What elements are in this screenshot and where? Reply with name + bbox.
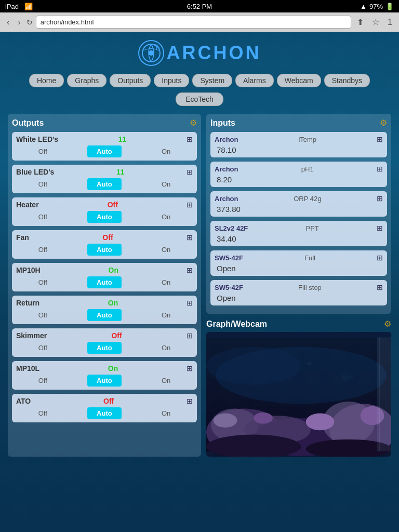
- reload-button[interactable]: ↻: [26, 18, 33, 26]
- output-on-white-leds[interactable]: On: [157, 147, 175, 156]
- output-off-skimmer[interactable]: Off: [34, 343, 51, 353]
- output-status-mp10l: On: [108, 364, 118, 373]
- output-settings-white-leds[interactable]: ⊞: [187, 135, 193, 143]
- output-off-fan[interactable]: Off: [34, 245, 51, 255]
- outputs-title: Outputs: [12, 118, 44, 128]
- nav-webcam[interactable]: Webcam: [277, 74, 321, 87]
- output-on-skimmer[interactable]: On: [157, 343, 175, 353]
- output-card-top-mp10h: MP10H On ⊞: [16, 266, 193, 274]
- output-controls-mp10h: Off Auto On: [16, 276, 193, 288]
- output-settings-return[interactable]: ⊞: [187, 299, 193, 307]
- nav-ecotech[interactable]: EcoTech: [176, 92, 223, 106]
- input-value-itemp: 78.10: [215, 145, 383, 154]
- output-card-top-heater: Heater Off ⊞: [16, 201, 193, 209]
- input-settings-itemp[interactable]: ⊞: [377, 135, 383, 143]
- output-card-white-leds: White LED's 11 ⊞ Off Auto On: [12, 132, 197, 161]
- output-on-mp10l[interactable]: On: [157, 376, 175, 385]
- output-auto-skimmer[interactable]: Auto: [87, 342, 122, 354]
- output-off-return[interactable]: Off: [34, 310, 51, 320]
- status-right: ▲ 97% 🔋: [360, 3, 394, 10]
- output-on-mp10h[interactable]: On: [157, 277, 175, 287]
- output-auto-blue-leds[interactable]: Auto: [87, 178, 122, 190]
- input-name-ppt: PPT: [306, 224, 319, 232]
- output-settings-heater[interactable]: ⊞: [187, 201, 193, 209]
- output-card-ato: ATO Off ⊞ Off Auto On: [12, 394, 197, 422]
- output-on-heater[interactable]: On: [157, 212, 175, 222]
- input-settings-fillstop[interactable]: ⊞: [377, 283, 383, 291]
- output-settings-fan[interactable]: ⊞: [187, 233, 193, 242]
- output-controls-mp10l: Off Auto On: [16, 375, 193, 387]
- input-name-fillstop: Fill stop: [298, 284, 322, 291]
- wifi-icon: 📶: [24, 3, 33, 10]
- output-auto-heater[interactable]: Auto: [87, 211, 122, 223]
- main-content: Outputs ⚙ White LED's 11 ⊞ Off Auto On B…: [0, 109, 399, 462]
- output-on-ato[interactable]: On: [157, 408, 175, 418]
- output-on-return[interactable]: On: [157, 310, 175, 320]
- input-value-ph1: 8.20: [215, 175, 383, 184]
- outputs-gear-icon[interactable]: ⚙: [190, 118, 197, 128]
- outputs-panel: Outputs ⚙ White LED's 11 ⊞ Off Auto On B…: [8, 114, 201, 457]
- output-card-top: White LED's 11 ⊞: [16, 135, 193, 143]
- output-off-mp10l[interactable]: Off: [34, 376, 51, 385]
- output-off-white-leds[interactable]: Off: [34, 147, 51, 156]
- address-bar[interactable]: [36, 16, 351, 29]
- output-status-fan: Off: [102, 233, 113, 242]
- input-source-itemp: Archon: [215, 136, 238, 143]
- output-settings-mp10l[interactable]: ⊞: [187, 364, 193, 373]
- output-name-blue-leds: Blue LED's: [16, 168, 54, 176]
- output-controls-white-leds: Off Auto On: [16, 145, 193, 157]
- output-auto-ato[interactable]: Auto: [87, 407, 122, 419]
- input-settings-ph1[interactable]: ⊞: [377, 165, 383, 173]
- output-auto-white-leds[interactable]: Auto: [87, 145, 122, 157]
- nav-graphs[interactable]: Graphs: [67, 74, 107, 87]
- graph-gear-icon[interactable]: ⚙: [384, 319, 391, 329]
- input-card-ppt: SL2v2 42F PPT ⊞ 34.40: [210, 221, 387, 246]
- output-controls-skimmer: Off Auto On: [16, 342, 193, 354]
- output-off-ato[interactable]: Off: [34, 408, 51, 418]
- nav-system[interactable]: System: [192, 74, 232, 87]
- share-button[interactable]: ⬆: [354, 16, 366, 28]
- output-name-heater: Heater: [16, 201, 39, 209]
- back-button[interactable]: ‹: [4, 17, 12, 28]
- input-settings-full[interactable]: ⊞: [377, 254, 383, 262]
- status-left: iPad 📶: [5, 3, 33, 10]
- output-card-return: Return On ⊞ Off Auto On: [12, 296, 197, 324]
- logo-area: ARCHON: [0, 40, 399, 66]
- nav-outputs[interactable]: Outputs: [110, 74, 151, 87]
- input-settings-ppt[interactable]: ⊞: [377, 224, 383, 232]
- webcam-display[interactable]: 🐟 🐟: [206, 332, 391, 457]
- input-name-ph1: pH1: [301, 165, 314, 173]
- input-settings-orp[interactable]: ⊞: [377, 194, 383, 203]
- output-settings-blue-leds[interactable]: ⊞: [187, 168, 193, 176]
- output-auto-fan[interactable]: Auto: [87, 244, 122, 256]
- output-settings-ato[interactable]: ⊞: [187, 397, 193, 405]
- nav-standbys[interactable]: Standbys: [324, 74, 370, 87]
- input-card-full: SW5-42F Full ⊞ Open: [210, 250, 387, 276]
- nav-home[interactable]: Home: [29, 74, 64, 87]
- output-card-blue-leds: Blue LED's 11 ⊞ Off Auto On: [12, 165, 197, 193]
- output-off-heater[interactable]: Off: [34, 212, 51, 222]
- input-card-top-orp: Archon ORP 42g ⊞: [215, 194, 383, 203]
- output-card-mp10h: MP10H On ⊞ Off Auto On: [12, 263, 197, 291]
- output-on-blue-leds[interactable]: On: [157, 179, 175, 189]
- output-settings-mp10h[interactable]: ⊞: [187, 266, 193, 274]
- output-settings-skimmer[interactable]: ⊞: [187, 331, 193, 340]
- forward-button[interactable]: ›: [15, 17, 23, 28]
- output-card-top-mp10l: MP10L On ⊞: [16, 364, 193, 373]
- nav-inputs[interactable]: Inputs: [154, 74, 189, 87]
- favorite-button[interactable]: ☆: [369, 16, 382, 28]
- output-controls-fan: Off Auto On: [16, 244, 193, 256]
- inputs-gear-icon[interactable]: ⚙: [380, 118, 387, 128]
- input-source-fillstop: SW5-42F: [215, 284, 243, 291]
- output-on-fan[interactable]: On: [157, 245, 175, 255]
- tank-coral-svg: [206, 332, 391, 457]
- output-auto-return[interactable]: Auto: [87, 309, 122, 321]
- nav-alarms[interactable]: Alarms: [235, 74, 274, 87]
- tabs-button[interactable]: 1: [385, 17, 395, 28]
- output-auto-mp10h[interactable]: Auto: [87, 276, 122, 288]
- output-auto-mp10l[interactable]: Auto: [87, 375, 122, 387]
- output-controls-return: Off Auto On: [16, 309, 193, 321]
- output-name-mp10h: MP10H: [16, 266, 41, 274]
- output-off-mp10h[interactable]: Off: [34, 277, 51, 287]
- output-off-blue-leds[interactable]: Off: [34, 179, 51, 189]
